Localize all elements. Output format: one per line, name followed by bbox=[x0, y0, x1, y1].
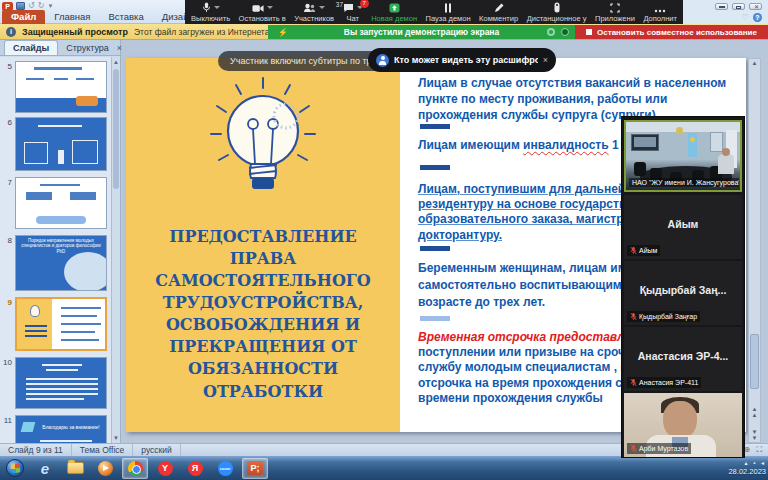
panel-close-icon[interactable]: × bbox=[117, 43, 122, 53]
chat-unread-badge: 7 bbox=[360, 0, 369, 8]
participants-video-panel: НАО "ЖУ имени И. Жансугурова" Айым Айым … bbox=[621, 116, 745, 458]
info-icon: i bbox=[6, 27, 16, 37]
language-indicator[interactable]: русский bbox=[133, 444, 181, 457]
start-button[interactable] bbox=[2, 458, 28, 479]
pin-ribbon-icon[interactable]: ♡ bbox=[742, 13, 749, 22]
next-slide-icon[interactable]: ▼▼ bbox=[749, 429, 760, 441]
stop-video-button[interactable]: Остановить в bbox=[239, 0, 286, 24]
slide-thumbnail-6[interactable]: 6 bbox=[0, 117, 112, 171]
slides-panel-tabs: Слайды Структура × bbox=[0, 40, 120, 56]
chevron-down-icon[interactable] bbox=[319, 6, 325, 9]
taskbar-item-zoom[interactable]: zoom bbox=[212, 458, 238, 479]
participant-name-label: Арби Муртазов bbox=[627, 443, 691, 454]
zoom-app-icon: zoom bbox=[218, 461, 233, 476]
tab-insert[interactable]: Вставка bbox=[99, 10, 152, 24]
slide-scrollbar[interactable]: ▲ ▲▲ ▼▼ bbox=[748, 58, 761, 443]
slide-thumbnail-9-current[interactable]: 9 bbox=[0, 297, 112, 351]
taskbar-item-chrome[interactable] bbox=[122, 458, 148, 479]
participant-tile[interactable]: Қыдырбай Заң... Қыдырбай Заңғар bbox=[624, 261, 742, 325]
tab-file[interactable]: Файл bbox=[2, 10, 45, 24]
separator-dash-light bbox=[420, 316, 450, 321]
yandex-icon: Я bbox=[188, 461, 203, 476]
powerpoint-icon: P; bbox=[247, 461, 263, 475]
separator-dash bbox=[420, 165, 450, 170]
minimize-button[interactable] bbox=[715, 3, 728, 10]
windows-logo-icon bbox=[6, 459, 24, 477]
participant-tile[interactable]: Айым Айым bbox=[624, 195, 742, 259]
zoom-meeting-toolbar: Выключить Остановить в 37 Участников 7 Ч… bbox=[185, 0, 683, 24]
slide-thumbnail-5[interactable]: 5 bbox=[0, 61, 112, 113]
muted-mic-icon bbox=[630, 246, 637, 255]
separator-dash bbox=[420, 124, 450, 129]
taskbar-item-powerpoint[interactable]: P; bbox=[242, 458, 268, 479]
scrollbar-thumb[interactable] bbox=[113, 69, 119, 189]
pause-share-button[interactable]: Пауза демон bbox=[426, 0, 471, 24]
stop-share-button[interactable]: Остановить совместное использование bbox=[575, 25, 768, 39]
notification-close-icon[interactable]: × bbox=[543, 55, 548, 65]
muted-mic-icon bbox=[630, 312, 637, 321]
tab-slides[interactable]: Слайды bbox=[4, 40, 58, 55]
scroll-down-icon[interactable]: ▼ bbox=[113, 435, 119, 441]
participant-name-label: Қыдырбай Заңғар bbox=[627, 311, 700, 322]
chevron-down-icon[interactable] bbox=[214, 6, 220, 9]
participant-name-label: Анастасия ЭР-411 bbox=[627, 377, 701, 388]
participant-tile[interactable]: Анастасия ЭР-4... Анастасия ЭР-411 bbox=[624, 327, 742, 391]
participant-tile-room[interactable]: НАО "ЖУ имени И. Жансугурова" bbox=[624, 120, 742, 192]
yandex-browser-icon: Y bbox=[158, 461, 173, 476]
scroll-up-icon[interactable]: ▲ bbox=[113, 59, 119, 65]
more-button[interactable]: Дополнит bbox=[643, 0, 677, 24]
window-controls: ✕ ♡ ? bbox=[683, 0, 768, 24]
thumb-image bbox=[15, 297, 107, 351]
participant-tile-video[interactable]: Арби Муртазов bbox=[624, 393, 742, 457]
tab-home[interactable]: Главная bbox=[45, 10, 99, 24]
tab-outline[interactable]: Структура bbox=[58, 41, 117, 55]
banner-settings-icon[interactable] bbox=[561, 28, 569, 36]
participant-name-label: НАО "ЖУ имени И. Жансугурова" bbox=[629, 178, 739, 187]
new-share-button[interactable]: Новая демон bbox=[371, 0, 417, 24]
help-icon[interactable]: ? bbox=[753, 13, 762, 22]
remote-control-button[interactable]: Дистанционное у bbox=[527, 0, 587, 24]
scroll-up-icon[interactable]: ▲ bbox=[749, 60, 760, 66]
scrollbar-thumb[interactable] bbox=[750, 334, 759, 389]
mute-button[interactable]: Выключить bbox=[191, 0, 230, 24]
hide-banner-icon[interactable] bbox=[547, 28, 555, 36]
restore-button[interactable] bbox=[732, 3, 745, 10]
taskbar-item-media-player[interactable] bbox=[92, 458, 118, 479]
chrome-icon bbox=[128, 461, 143, 476]
theme-name[interactable]: Тема Office bbox=[72, 444, 133, 457]
previous-slide-icon[interactable]: ▲▲ bbox=[749, 406, 760, 418]
tray-icons[interactable]: ▴ ▪ ◂ bbox=[745, 460, 766, 467]
separator-dash bbox=[420, 246, 450, 251]
taskbar-item-yandex-browser[interactable]: Y bbox=[152, 458, 178, 479]
annotate-button[interactable]: Комментир bbox=[479, 0, 518, 24]
apps-button[interactable]: Приложени bbox=[595, 0, 635, 24]
view-zoom-icons[interactable]: ⊕ ⛶ bbox=[743, 445, 764, 455]
taskbar-item-ie[interactable]: e bbox=[32, 458, 58, 479]
slide-thumbnail-10[interactable]: 10 bbox=[0, 357, 112, 409]
share-audio-icon: ⚡ bbox=[278, 28, 288, 37]
slides-panel: Слайды Структура × 5 6 bbox=[0, 40, 121, 443]
close-button[interactable]: ✕ bbox=[749, 3, 762, 10]
slide-thumbnail-7[interactable]: 7 bbox=[0, 177, 112, 229]
thumb-image bbox=[15, 61, 107, 113]
slide-title: ПРЕДОСТАВЛЕНИЕ ПРАВА САМОСТОЯТЕЛЬНОГО ТР… bbox=[138, 226, 388, 403]
chat-button[interactable]: 7 Чат bbox=[343, 0, 363, 24]
thumb-image: Порядок направления молодых специалистов… bbox=[15, 235, 107, 291]
desktop-screen: P ↺ ↻ ▼ Файл Главная Вставка Дизайн Пере… bbox=[0, 0, 768, 480]
save-icon[interactable] bbox=[16, 2, 25, 10]
panel-scrollbar[interactable]: ▲ ▼ bbox=[111, 57, 120, 443]
qat-dropdown-icon[interactable]: ▼ bbox=[47, 3, 53, 9]
taskbar-item-yandex[interactable]: Я bbox=[182, 458, 208, 479]
redo-icon[interactable]: ↻ bbox=[38, 2, 45, 10]
muted-mic-icon bbox=[630, 378, 637, 387]
undo-icon[interactable]: ↺ bbox=[28, 2, 35, 10]
slide-thumbnail-8[interactable]: 8 Порядок направления молодых специалист… bbox=[0, 235, 112, 291]
taskbar-item-explorer[interactable] bbox=[62, 458, 88, 479]
system-tray[interactable]: ▴ ▪ ◂ 28.02.2023 bbox=[728, 456, 766, 480]
chevron-down-icon[interactable] bbox=[267, 6, 273, 9]
slide-counter: Слайд 9 из 11 bbox=[0, 444, 72, 457]
share-banner-text: Вы запустили демонстрацию экрана bbox=[296, 27, 547, 37]
participants-button[interactable]: 37 Участников bbox=[294, 0, 334, 24]
thumb-image bbox=[15, 117, 107, 171]
folder-icon bbox=[67, 462, 84, 474]
